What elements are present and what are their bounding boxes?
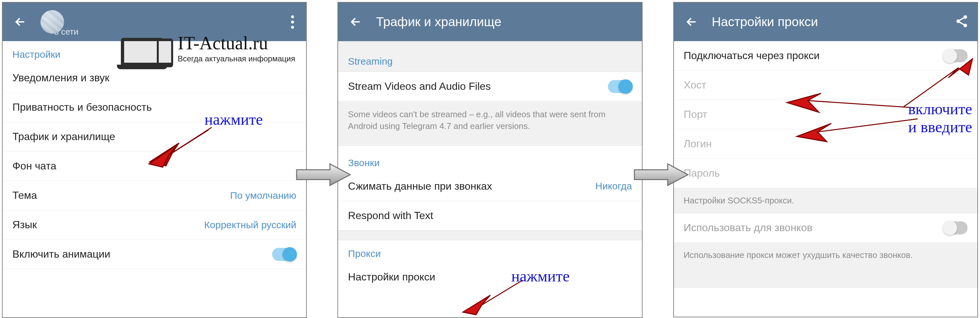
row-label: Уведомления и звук: [13, 72, 110, 84]
header-bar: в сети: [3, 3, 306, 41]
row-label: Включить анимации: [13, 248, 110, 260]
row-label: Тема: [13, 189, 37, 202]
share-button[interactable]: [955, 14, 969, 30]
input-host[interactable]: Хост: [674, 70, 977, 100]
toggle-animations[interactable]: [272, 248, 296, 261]
toggle-connect-proxy[interactable]: [943, 49, 967, 62]
header-title: Трафик и хранилище: [376, 15, 501, 29]
row-label: Stream Videos and Audio Files: [348, 80, 491, 92]
proxy-settings-screen: Настройки прокси Подключаться через прок…: [673, 2, 978, 317]
hint-calls-quality: Использование прокси может ухудшить каче…: [674, 243, 977, 287]
row-theme[interactable]: Тема По умолчанию: [3, 181, 306, 210]
header-bar: Настройки прокси: [674, 3, 977, 41]
row-stream-videos[interactable]: Stream Videos and Audio Files: [338, 72, 641, 101]
row-label: Фон чата: [13, 160, 57, 172]
row-proxy-settings[interactable]: Настройки прокси: [338, 262, 641, 292]
row-label: Трафик и хранилище: [13, 130, 115, 143]
section-header-settings: Настройки: [3, 41, 306, 64]
row-notifications[interactable]: Уведомления и звук: [3, 64, 306, 93]
input-port[interactable]: Порт: [674, 100, 977, 129]
hint-socks5: Настройки SOCKS5-прокси.: [674, 188, 977, 213]
row-compress-calls[interactable]: Сжимать данные при звонках Никогда: [338, 172, 641, 201]
row-label: Respond with Text: [348, 210, 433, 222]
step-arrow-icon: [632, 160, 690, 191]
input-placeholder: Порт: [684, 108, 708, 121]
row-animations[interactable]: Включить анимации: [3, 240, 306, 269]
divider-gap: [338, 231, 641, 240]
input-placeholder: Логин: [684, 138, 712, 150]
row-value: Корректный русский: [204, 219, 296, 231]
input-password[interactable]: Пароль: [674, 159, 977, 188]
row-label: Язык: [13, 219, 37, 231]
row-connect-proxy[interactable]: Подключаться через прокси: [674, 41, 977, 70]
row-value: Никогда: [595, 181, 632, 192]
settings-screen: в сети Настройки Уведомления и звук Прив…: [2, 2, 307, 318]
row-use-for-calls: Использовать для звонков: [674, 213, 977, 243]
section-header-calls: Звонки: [338, 146, 641, 172]
profile-block[interactable]: в сети: [40, 7, 78, 37]
section-header-proxy: Прокси: [338, 240, 641, 262]
row-label: Использовать для звонков: [684, 222, 813, 234]
row-chat-background[interactable]: Фон чата: [3, 151, 306, 181]
row-label: Подключаться через прокси: [684, 49, 819, 62]
row-label: Настройки прокси: [348, 271, 435, 283]
back-button[interactable]: [684, 14, 699, 29]
row-value: По умолчанию: [230, 190, 296, 201]
back-button[interactable]: [13, 14, 27, 29]
step-arrow-icon: [294, 160, 353, 191]
data-storage-screen: Трафик и хранилище Streaming Stream Vide…: [337, 2, 642, 318]
avatar: [40, 10, 64, 33]
toggle-stream[interactable]: [608, 80, 632, 93]
header-title: Настройки прокси: [712, 15, 818, 29]
row-data-storage[interactable]: Трафик и хранилище: [3, 122, 306, 151]
header-bar: Трафик и хранилище: [338, 3, 641, 41]
input-placeholder: Хост: [684, 79, 706, 91]
overflow-menu-button[interactable]: [286, 14, 298, 29]
input-login[interactable]: Логин: [674, 129, 977, 159]
back-button[interactable]: [348, 14, 363, 29]
row-privacy[interactable]: Приватность и безопасность: [3, 93, 306, 122]
row-label: Сжимать данные при звонках: [348, 180, 492, 192]
toggle-use-for-calls: [943, 221, 967, 234]
row-language[interactable]: Язык Корректный русский: [3, 210, 306, 240]
row-label: Приватность и безопасность: [13, 101, 152, 113]
section-header-streaming: Streaming: [338, 41, 641, 72]
row-respond-text[interactable]: Respond with Text: [338, 201, 641, 231]
hint-streaming: Some videos can't be streamed – e.g., al…: [338, 101, 641, 146]
